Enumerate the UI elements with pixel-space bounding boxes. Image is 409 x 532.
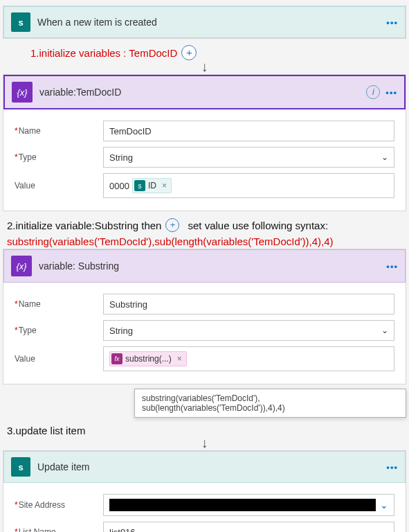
chevron-down-icon: ⌄ xyxy=(381,326,388,335)
flow-arrow: ↓ xyxy=(3,436,406,449)
variable-substring-body: Name Substring Type String ⌄ Value fx su… xyxy=(3,283,406,384)
list-name-label: List Name xyxy=(15,527,103,532)
arrow-down-icon: ↓ xyxy=(201,60,208,73)
ellipsis-icon[interactable]: ••• xyxy=(386,17,398,28)
variable-substring-card: {x} variable: Substring ••• Name Substri… xyxy=(3,249,406,384)
chevron-down-icon: ⌄ xyxy=(381,152,388,162)
remove-token-icon[interactable]: × xyxy=(177,354,182,364)
variable-icon: {x} xyxy=(11,256,32,276)
variable-temdocid-body: Name TemDocID Type String ⌄ Value 0000 s… xyxy=(3,109,406,211)
name-label: Name xyxy=(15,299,103,309)
variable-temdocid-card: {x} variable:TemDocID i ••• Name TemDocI… xyxy=(3,74,406,211)
expression-tooltip: substring(variables('TemDocId'), sub(len… xyxy=(134,389,406,418)
variable-substring-title: variable: Substring xyxy=(39,260,379,272)
variable-temdocid-title: variable:TemDocID xyxy=(39,87,359,98)
type-select[interactable]: String ⌄ xyxy=(103,320,394,341)
value-label: Value xyxy=(15,181,103,190)
token-id[interactable]: s ID × xyxy=(132,178,172,193)
value-label: Value xyxy=(15,354,103,364)
trigger-header[interactable]: s When a new item is created ••• xyxy=(3,6,406,38)
chevron-down-icon: ⌄ xyxy=(380,499,388,511)
update-item-title: Update item xyxy=(37,461,379,472)
update-item-body: Site Address ⌄ List Name list916 ⌄ Id s … xyxy=(3,483,406,532)
sharepoint-icon: s xyxy=(11,457,30,477)
sharepoint-icon: s xyxy=(11,12,30,32)
annotation-2-row: 2.initialize variable:Substring then + s… xyxy=(3,217,406,233)
trigger-title: When a new item is created xyxy=(37,17,379,28)
site-address-select[interactable]: ⌄ xyxy=(103,494,394,516)
type-label: Type xyxy=(15,152,103,162)
value-input[interactable]: fx substring(...) × xyxy=(103,346,394,371)
update-item-card: s Update item ••• Site Address ⌄ List Na… xyxy=(3,450,406,532)
value-input[interactable]: 0000 s ID × xyxy=(103,173,394,198)
list-name-select[interactable]: list916 ⌄ xyxy=(103,522,394,532)
remove-token-icon[interactable]: × xyxy=(162,181,167,190)
annotation-2-expr: substring(variables('TemDocId'),sub(leng… xyxy=(7,236,406,247)
flow-arrow: ↓ xyxy=(3,60,406,73)
ellipsis-icon[interactable]: ••• xyxy=(385,87,397,98)
variable-substring-header[interactable]: {x} variable: Substring ••• xyxy=(3,249,406,283)
type-label: Type xyxy=(15,326,103,335)
name-input[interactable]: TemDocID xyxy=(103,121,394,141)
ellipsis-icon[interactable]: ••• xyxy=(386,462,398,472)
add-step-icon[interactable]: + xyxy=(165,218,179,232)
trigger-card: s When a new item is created ••• xyxy=(3,6,406,39)
annotation-1: 1.initialize variables : TemDocID xyxy=(30,47,177,59)
variable-icon: {x} xyxy=(12,82,33,103)
fx-icon: fx xyxy=(111,353,122,364)
update-item-header[interactable]: s Update item ••• xyxy=(3,451,406,483)
annotation-2b: set value use following syntax: xyxy=(188,220,328,231)
add-step-icon[interactable]: + xyxy=(181,45,197,60)
annotation-1-row: 1.initialize variables : TemDocID + xyxy=(3,44,406,60)
token-fx[interactable]: fx substring(...) × xyxy=(109,351,187,366)
info-icon[interactable]: i xyxy=(366,85,380,99)
value-prefix: 0000 xyxy=(109,181,129,191)
annotation-2a: 2.initialize variable:Substring then xyxy=(7,220,161,231)
name-label: Name xyxy=(15,126,103,136)
variable-temdocid-header[interactable]: {x} variable:TemDocID i ••• xyxy=(3,75,406,109)
name-input[interactable]: Substring xyxy=(103,294,394,314)
arrow-down-icon: ↓ xyxy=(201,436,208,449)
sharepoint-icon: s xyxy=(134,180,145,191)
site-address-label: Site Address xyxy=(15,500,103,510)
type-select[interactable]: String ⌄ xyxy=(103,147,394,168)
chevron-down-icon: ⌄ xyxy=(380,526,388,532)
ellipsis-icon[interactable]: ••• xyxy=(386,261,398,272)
